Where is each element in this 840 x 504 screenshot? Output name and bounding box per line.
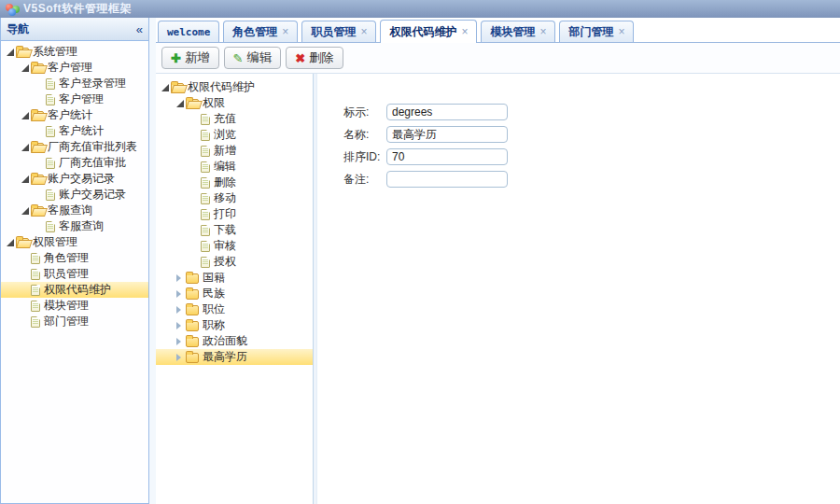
tree-node-label: 权限: [199, 95, 225, 111]
tree-expanded-icon[interactable]: [160, 84, 171, 91]
form-row: 名称:: [343, 126, 840, 143]
document-icon: [201, 193, 210, 204]
tree-row[interactable]: 民族: [156, 286, 313, 301]
tree-row[interactable]: 浏览: [156, 127, 313, 143]
tree-row[interactable]: 授权: [156, 254, 313, 270]
tree-row[interactable]: 最高学历: [156, 349, 313, 365]
form-row: 排序ID:: [343, 148, 840, 165]
tree-row[interactable]: 账户交易记录: [1, 171, 148, 187]
tree-row[interactable]: 客户管理: [1, 91, 148, 107]
tree-row[interactable]: 客户统计: [1, 123, 148, 139]
tab-close-icon[interactable]: ×: [360, 26, 367, 37]
field-input-2[interactable]: [386, 148, 508, 165]
tree-row[interactable]: 下载: [156, 222, 313, 238]
folder-icon: [31, 63, 44, 74]
tree-expanded-icon[interactable]: [20, 112, 31, 119]
tree-node-label: 最高学历: [199, 349, 247, 365]
tree-row[interactable]: 新增: [156, 143, 313, 159]
tab-bar: welcome角色管理×职员管理×权限代码维护×模块管理×部门管理×: [156, 18, 840, 43]
field-label: 名称:: [343, 127, 386, 143]
field-label: 标示:: [343, 105, 386, 120]
tab-模块管理[interactable]: 模块管理×: [481, 21, 555, 42]
tree-expanded-icon[interactable]: [20, 144, 31, 151]
document-icon: [31, 301, 40, 312]
tree-row[interactable]: 充值: [156, 111, 313, 127]
tree-node-label: 客服查询: [55, 218, 104, 234]
tree-row[interactable]: 删除: [156, 175, 313, 190]
tree-expanded-icon[interactable]: [5, 239, 16, 246]
toolbar-button-label: 新增: [185, 49, 210, 66]
app-logo-icon: [6, 3, 21, 16]
tab-角色管理[interactable]: 角色管理×: [223, 21, 298, 42]
field-input-3[interactable]: [386, 171, 508, 188]
tree-row[interactable]: 移动: [156, 190, 313, 206]
folder-icon: [186, 273, 199, 284]
tab-close-icon[interactable]: ×: [282, 26, 288, 37]
tree-row[interactable]: 客服查询: [1, 203, 148, 218]
folder-icon: [186, 305, 199, 315]
tree-row[interactable]: 客服查询: [1, 218, 148, 234]
tree-row[interactable]: 审核: [156, 238, 313, 254]
tree-row[interactable]: 职位: [156, 301, 313, 317]
tree-collapsed-icon[interactable]: [175, 338, 186, 345]
collapse-panel-icon[interactable]: «: [136, 23, 143, 35]
tree-row[interactable]: 国籍: [156, 270, 313, 286]
tree-node-label: 厂商充值审批: [55, 155, 126, 171]
tree-expanded-icon[interactable]: [20, 175, 31, 183]
tab-close-icon[interactable]: ×: [539, 26, 546, 37]
tree-row[interactable]: 客户登录管理: [1, 76, 148, 91]
edit-button[interactable]: ✎编辑: [224, 47, 282, 69]
tree-collapsed-icon[interactable]: [175, 354, 186, 361]
tab-职员管理[interactable]: 职员管理×: [301, 21, 376, 42]
tree-row[interactable]: 客户管理: [1, 60, 148, 76]
tree-collapsed-icon[interactable]: [175, 322, 186, 329]
toolbar: ✚新增✎编辑✖删除: [156, 43, 840, 74]
tree-row[interactable]: 权限: [156, 95, 313, 111]
folder-icon: [186, 353, 199, 363]
tree-collapsed-icon[interactable]: [175, 290, 186, 298]
tree-collapsed-icon[interactable]: [175, 306, 186, 314]
tree-row[interactable]: 政治面貌: [156, 333, 313, 349]
tree-row[interactable]: 权限代码维护: [1, 282, 148, 298]
tree-row[interactable]: 权限管理: [1, 234, 148, 250]
sidebar-splitter[interactable]: [149, 18, 156, 504]
tree-node-label: 客户管理: [44, 60, 92, 76]
app-window: V5Soft软件管理框架 导航 « 系统管理客户管理客户登录管理客户管理客户统计…: [0, 0, 840, 504]
tree-row[interactable]: 打印: [156, 206, 313, 222]
tree-row[interactable]: 厂商充值审批列表: [1, 139, 148, 155]
tree-row[interactable]: 职称: [156, 317, 313, 333]
delete-button[interactable]: ✖删除: [286, 47, 343, 69]
field-input-0[interactable]: [386, 104, 508, 120]
tree-row[interactable]: 账户交易记录: [1, 187, 148, 203]
tab-权限代码维护[interactable]: 权限代码维护×: [380, 20, 477, 43]
tree-node-label: 客户登录管理: [55, 76, 126, 91]
tree-collapsed-icon[interactable]: [175, 274, 186, 282]
tree-row[interactable]: 职员管理: [1, 266, 148, 282]
tree-node-label: 模块管理: [40, 298, 89, 314]
tree-row[interactable]: 部门管理: [1, 314, 148, 329]
tree-row[interactable]: 编辑: [156, 159, 313, 175]
field-input-1[interactable]: [386, 126, 508, 143]
tab-welcome[interactable]: welcome: [158, 21, 219, 42]
tree-node-label: 职员管理: [40, 266, 89, 282]
tree-row[interactable]: 系统管理: [1, 44, 148, 60]
tree-row[interactable]: 角色管理: [1, 250, 148, 266]
tree-row[interactable]: 厂商充值审批: [1, 155, 148, 171]
field-label: 排序ID:: [343, 149, 386, 165]
add-button[interactable]: ✚新增: [161, 47, 219, 69]
tree-expanded-icon[interactable]: [175, 100, 186, 107]
tree-row[interactable]: 权限代码维护: [156, 79, 313, 95]
tree-node-label: 充值: [210, 111, 236, 127]
tree-node-label: 客户统计: [44, 107, 92, 123]
folder-icon: [186, 99, 199, 109]
tree-row[interactable]: 模块管理: [1, 298, 148, 314]
tab-部门管理[interactable]: 部门管理×: [559, 21, 634, 42]
tree-expanded-icon[interactable]: [20, 64, 31, 72]
edit-icon: ✎: [233, 52, 244, 64]
tree-row[interactable]: 客户统计: [1, 107, 148, 123]
tree-expanded-icon[interactable]: [20, 207, 31, 215]
tree-expanded-icon[interactable]: [5, 49, 16, 56]
folder-icon: [186, 289, 199, 300]
tab-close-icon[interactable]: ×: [618, 26, 624, 37]
tab-close-icon[interactable]: ×: [461, 26, 468, 37]
